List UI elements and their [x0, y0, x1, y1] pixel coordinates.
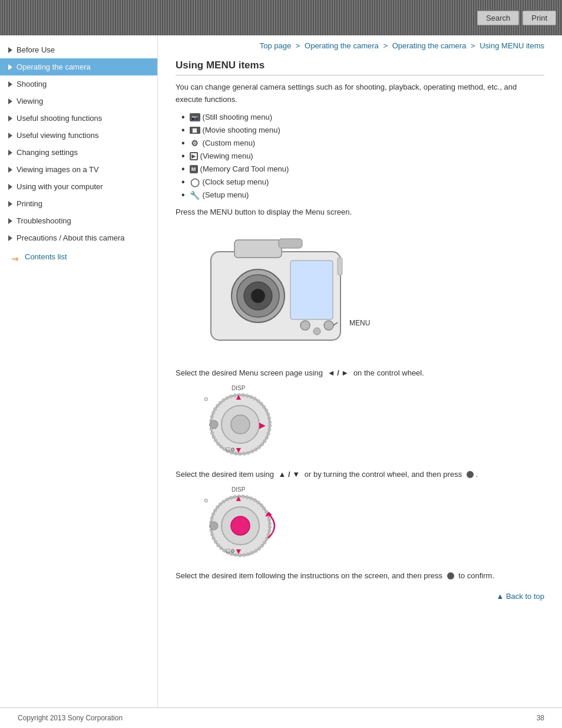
- press-menu-text: Press the MENU button to display the Men…: [176, 207, 544, 216]
- sidebar: Before Use Operating the camera Shooting…: [0, 35, 158, 707]
- sidebar-item-before-use[interactable]: Before Use: [0, 41, 157, 58]
- sidebar-item-useful-shooting[interactable]: Useful shooting functions: [0, 110, 157, 127]
- circle-button-symbol: [467, 471, 474, 478]
- memory-card-icon: M: [190, 165, 198, 173]
- section-title: Using MENU items: [176, 60, 544, 75]
- tri-right-icon: [8, 47, 12, 53]
- sidebar-item-changing-settings[interactable]: Changing settings: [0, 144, 157, 161]
- sidebar-item-label: Using with your computer: [16, 182, 103, 191]
- svg-text:▼: ▼: [234, 546, 243, 556]
- setup-menu-icon: 🔧: [190, 191, 200, 199]
- select-page-text: Select the desired Menu screen page usin…: [176, 368, 544, 377]
- svg-point-8: [313, 328, 320, 335]
- sidebar-item-troubleshooting[interactable]: Troubleshooting: [0, 212, 157, 229]
- sidebar-item-using-computer[interactable]: Using with your computer: [0, 178, 157, 195]
- menu-list: 📷 (Still shooting menu) ▦ (Movie shootin…: [181, 112, 544, 200]
- svg-text:☐⚙: ☐⚙: [226, 548, 235, 554]
- movie-shooting-icon: ▦: [190, 127, 200, 134]
- breadcrumb-operating1[interactable]: Operating the camera: [305, 41, 379, 50]
- svg-rect-1: [234, 240, 282, 258]
- menu-item-custom: ⚙ (Custom menu): [181, 138, 544, 149]
- sidebar-item-label: Printing: [16, 199, 42, 208]
- footer-copyright: Copyright 2013 Sony Corporation: [18, 714, 123, 722]
- tri-right-icon: [8, 81, 12, 87]
- main-layout: Before Use Operating the camera Shooting…: [0, 35, 562, 707]
- svg-point-7: [300, 321, 310, 330]
- back-to-top-link[interactable]: Back to top: [176, 592, 544, 601]
- menu-item-memory-card: M (Memory Card Tool menu): [181, 164, 544, 174]
- sidebar-item-label: Useful shooting functions: [16, 114, 102, 123]
- svg-rect-6: [290, 261, 333, 319]
- svg-point-24: [210, 420, 218, 429]
- content-area: Top page > Operating the camera > Operat…: [158, 35, 562, 707]
- control-wheel-svg-2: DISP ▲ ▼ ☐⚙ ⊙: [193, 483, 287, 560]
- still-shooting-icon: 📷: [190, 113, 200, 121]
- sidebar-item-useful-viewing[interactable]: Useful viewing functions: [0, 127, 157, 144]
- menu-item-still: 📷 (Still shooting menu): [181, 112, 544, 123]
- menu-item-movie: ▦ (Movie shooting menu): [181, 125, 544, 136]
- svg-point-35: [210, 522, 218, 530]
- tri-right-icon: [8, 150, 12, 156]
- svg-text:▼: ▼: [234, 445, 243, 454]
- svg-text:⊙: ⊙: [204, 498, 209, 503]
- page-number: 38: [537, 714, 544, 722]
- arrow-symbols-ud: ▲ / ▼: [279, 470, 300, 479]
- sidebar-item-shooting[interactable]: Shooting: [0, 75, 157, 93]
- tri-right-icon: [8, 133, 12, 139]
- sidebar-item-label: Changing settings: [16, 148, 78, 157]
- sidebar-item-label: Shooting: [16, 80, 47, 88]
- breadcrumb-operating2[interactable]: Operating the camera: [392, 41, 467, 50]
- breadcrumb-top[interactable]: Top page: [260, 41, 292, 50]
- footer: Copyright 2013 Sony Corporation 38: [0, 707, 562, 728]
- tri-right-icon: [8, 184, 12, 190]
- clock-setup-icon: ◯: [190, 178, 200, 186]
- svg-text:☐⚙: ☐⚙: [226, 447, 235, 453]
- viewing-menu-icon: ▶: [190, 152, 198, 160]
- breadcrumb-using-menu[interactable]: Using MENU items: [480, 41, 544, 50]
- confirm-text: Select the desired item following the in…: [176, 571, 544, 580]
- wheel-diagram-1: DISP ▲ ▼ ◀ ▶ ☐⚙ ⊙: [193, 382, 544, 460]
- tri-right-icon: [8, 235, 12, 241]
- tri-right-icon: [8, 98, 12, 104]
- select-item-text: Select the desired item using ▲ / ▼ or b…: [176, 470, 544, 479]
- camera-diagram: MENU: [187, 222, 388, 358]
- sidebar-item-precautions[interactable]: Precautions / About this camera: [0, 229, 157, 246]
- tri-right-icon: [8, 218, 12, 224]
- camera-svg: MENU: [187, 222, 388, 358]
- sidebar-item-label: Operating the camera: [16, 62, 91, 71]
- svg-text:⊙: ⊙: [204, 396, 209, 402]
- sidebar-item-label: Troubleshooting: [16, 216, 71, 225]
- control-wheel-svg-1: DISP ▲ ▼ ◀ ▶ ☐⚙ ⊙: [193, 382, 287, 459]
- svg-text:DISP: DISP: [232, 486, 246, 493]
- svg-text:▶: ▶: [259, 420, 266, 430]
- tri-right-icon: [8, 201, 12, 207]
- menu-item-setup: 🔧 (Setup menu): [181, 190, 544, 200]
- tri-right-icon: [8, 116, 12, 121]
- custom-menu-icon: ⚙: [190, 139, 200, 147]
- tri-right-icon: [8, 64, 12, 70]
- sidebar-item-label: Precautions / About this camera: [16, 233, 125, 242]
- svg-point-18: [231, 415, 250, 434]
- svg-rect-10: [279, 239, 302, 248]
- sidebar-item-label: Viewing images on a TV: [16, 165, 99, 174]
- contents-list-arrow-icon: [12, 254, 21, 260]
- arrow-symbols-lr: ◄ / ►: [328, 368, 349, 377]
- search-button[interactable]: Search: [477, 11, 519, 25]
- svg-text:DISP: DISP: [232, 385, 246, 391]
- contents-list-link[interactable]: Contents list: [0, 246, 157, 267]
- svg-point-5: [251, 289, 265, 303]
- sidebar-item-operating[interactable]: Operating the camera: [0, 58, 157, 75]
- header-bar: Search Print: [0, 0, 562, 35]
- sidebar-item-viewing-tv[interactable]: Viewing images on a TV: [0, 161, 157, 178]
- print-button[interactable]: Print: [523, 11, 556, 25]
- svg-point-30: [231, 516, 250, 535]
- svg-rect-11: [338, 258, 342, 275]
- sidebar-item-viewing[interactable]: Viewing: [0, 93, 157, 110]
- breadcrumb: Top page > Operating the camera > Operat…: [176, 41, 544, 50]
- tri-right-icon: [8, 167, 12, 173]
- wheel-diagram-2: DISP ▲ ▼ ☐⚙ ⊙: [193, 483, 544, 562]
- sidebar-item-label: Useful viewing functions: [16, 131, 98, 140]
- svg-text:▲: ▲: [234, 493, 243, 503]
- sidebar-item-label: Before Use: [16, 45, 55, 54]
- sidebar-item-printing[interactable]: Printing: [0, 195, 157, 212]
